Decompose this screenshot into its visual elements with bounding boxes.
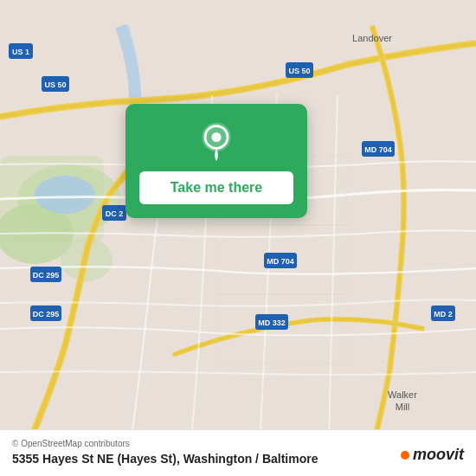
svg-text:DC 295: DC 295 xyxy=(33,310,60,318)
moovit-logo: moovit xyxy=(401,446,464,464)
attribution-text: © OpenStreetMap contributors xyxy=(12,439,464,448)
svg-point-5 xyxy=(35,176,95,214)
svg-text:MD 332: MD 332 xyxy=(258,318,286,327)
svg-text:US 50: US 50 xyxy=(44,80,66,89)
svg-text:MD 704: MD 704 xyxy=(364,145,392,154)
map-background: US 1 US 50 US 50 MD 704 MD 704 DC 2 DC 2… xyxy=(0,0,476,476)
svg-text:DC 295: DC 295 xyxy=(33,271,60,280)
moovit-dot xyxy=(401,451,409,460)
svg-text:US 50: US 50 xyxy=(288,67,310,75)
map-container: US 1 US 50 US 50 MD 704 MD 704 DC 2 DC 2… xyxy=(0,0,476,476)
popup-card: Take me there xyxy=(125,104,307,218)
bottom-bar: © OpenStreetMap contributors 5355 Hayes … xyxy=(0,429,476,476)
location-pin-icon xyxy=(196,121,237,163)
svg-text:Walker: Walker xyxy=(388,389,417,400)
svg-text:Mill: Mill xyxy=(396,402,410,412)
svg-text:MD 2: MD 2 xyxy=(434,310,453,318)
svg-text:US 1: US 1 xyxy=(12,48,29,56)
svg-text:MD 704: MD 704 xyxy=(267,257,294,266)
svg-text:Landover: Landover xyxy=(352,33,392,43)
take-me-there-button[interactable]: Take me there xyxy=(139,171,293,204)
svg-text:DC 2: DC 2 xyxy=(106,209,124,218)
address-text: 5355 Hayes St NE (Hayes St), Washington … xyxy=(12,452,464,466)
svg-point-34 xyxy=(211,132,221,142)
moovit-brand-text: moovit xyxy=(413,446,464,464)
